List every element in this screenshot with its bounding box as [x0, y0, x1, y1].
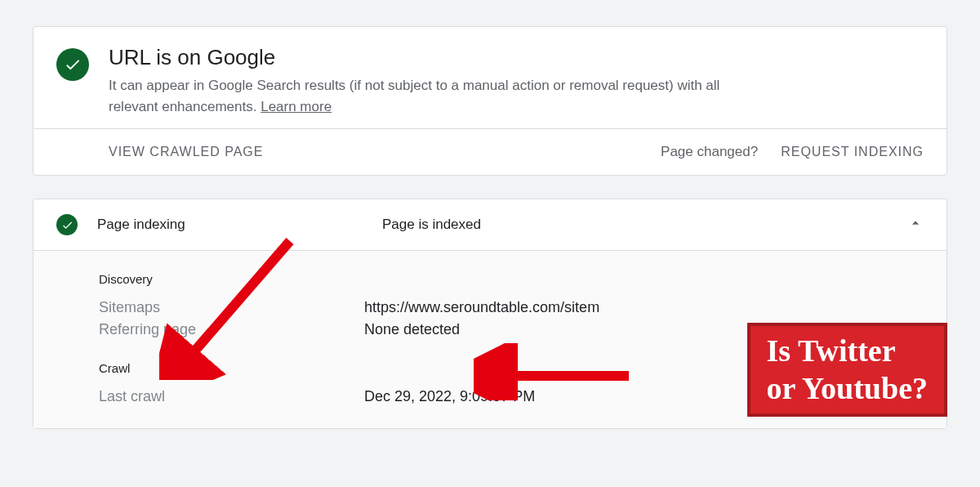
sitemaps-value: https://www.seroundtable.com/sitem	[364, 299, 599, 316]
right-actions: Page changed? REQUEST INDEXING	[661, 144, 924, 160]
referring-page-label: Referring page	[99, 321, 364, 338]
status-subtitle: It can appear in Google Search results (…	[109, 75, 729, 117]
chevron-up-icon[interactable]	[907, 215, 924, 235]
status-actions: VIEW CRAWLED PAGE Page changed? REQUEST …	[33, 128, 947, 175]
check-icon	[56, 214, 78, 235]
indexing-status: Page is indexed	[382, 217, 888, 233]
status-header: URL is on Google It can appear in Google…	[33, 27, 947, 128]
status-subtitle-text: It can appear in Google Search results (…	[109, 78, 719, 114]
annotation-line1: Is Twitter	[767, 333, 928, 370]
last-crawl-label: Last crawl	[99, 388, 364, 405]
sitemaps-label: Sitemaps	[99, 299, 364, 316]
page-indexing-header[interactable]: Page indexing Page is indexed	[33, 199, 947, 250]
status-text-block: URL is on Google It can appear in Google…	[109, 45, 924, 117]
discovery-heading: Discovery	[99, 272, 924, 286]
last-crawl-value: Dec 29, 2022, 9:09:07 PM	[364, 388, 535, 405]
url-status-card: URL is on Google It can appear in Google…	[33, 26, 947, 176]
request-indexing-button[interactable]: REQUEST INDEXING	[781, 145, 924, 159]
status-title: URL is on Google	[109, 45, 924, 70]
page-changed-label: Page changed?	[661, 144, 758, 160]
check-icon	[56, 48, 89, 81]
indexing-title: Page indexing	[97, 217, 363, 233]
annotation-box: Is Twitter or Youtube?	[747, 323, 947, 417]
learn-more-link[interactable]: Learn more	[261, 99, 332, 114]
sitemaps-row: Sitemaps https://www.seroundtable.com/si…	[99, 299, 924, 316]
view-crawled-page-button[interactable]: VIEW CRAWLED PAGE	[109, 145, 263, 159]
annotation-line2: or Youtube?	[767, 370, 928, 408]
referring-page-value: None detected	[364, 321, 460, 338]
